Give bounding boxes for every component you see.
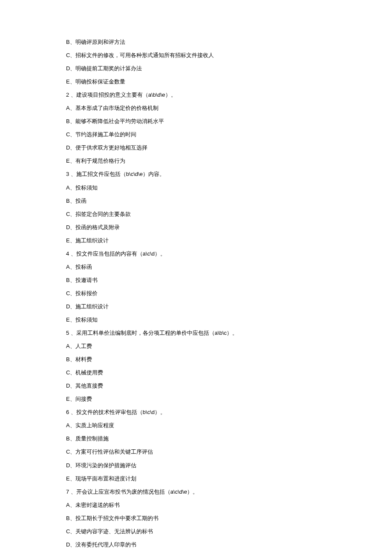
text-line: D、投函的格式及附录 — [66, 224, 392, 231]
text-line: D、其他直接费 — [66, 382, 392, 390]
text-line: E、有利于规范价格行为 — [66, 157, 392, 165]
text-line: C、机械使用费 — [66, 369, 392, 377]
text-line: E、投标须知 — [66, 316, 392, 324]
text-line: D、明确提前工期奖的计算办法 — [66, 65, 392, 72]
text-line: D、施工组织设计 — [66, 303, 392, 311]
text-line: 4 、投文件应当包括的内容有（a\c\d）。 — [66, 250, 392, 258]
text-line: C、方案可行性评估和关键工序评估 — [66, 448, 392, 456]
text-line: B、质量控制措施 — [66, 435, 392, 443]
text-line: C、招标文件的修改，可用各种形式通知所有招标文件接收人 — [66, 52, 392, 59]
text-line: E、施工组织设计 — [66, 237, 392, 244]
document-body: B、明确评原则和评方法C、招标文件的修改，可用各种形式通知所有招标文件接收人D、… — [66, 38, 392, 555]
text-line: E、现场平面布置和进度计划 — [66, 475, 392, 483]
text-line: E、明确投标保证金数量 — [66, 78, 392, 86]
text-line: A、未密封递送的标书 — [66, 501, 392, 509]
text-line: C、节约选择施工单位的时间 — [66, 131, 392, 138]
text-line: D、没有委托代理人印章的书 — [66, 541, 392, 549]
text-line: A、投标须知 — [66, 184, 392, 192]
text-line: 2 、建设项目招投的意义主要有（a\b\d\e）。 — [66, 91, 392, 99]
text-line: A、实质上响应程度 — [66, 422, 392, 429]
text-line: B、投邀请书 — [66, 276, 392, 284]
text-line: C、拟签定合同的主要条款 — [66, 210, 392, 218]
text-line: B、明确评原则和评方法 — [66, 38, 392, 46]
text-line: C、关键内容字迹、无法辨认的标书 — [66, 528, 392, 535]
text-line: 5 、采用工料单价法编制底时，各分项工程的单价中应包括（a\b\c）。 — [66, 329, 392, 337]
text-line: A、投标函 — [66, 263, 392, 271]
text-line: A、基本形成了由市场定价的价格机制 — [66, 104, 392, 112]
text-line: 3 、施工招文件应包括（b\c\d\e）内容。 — [66, 170, 392, 178]
text-line: B、能够不断降低社会平均劳动消耗水平 — [66, 118, 392, 125]
text-line: D、环境污染的保护措施评估 — [66, 462, 392, 469]
text-line: C、投标报价 — [66, 290, 392, 297]
text-line: 6 、投文件的技术性评审包括（b\c\d）。 — [66, 408, 392, 416]
text-line: B、投工期长于招文件中要求工期的书 — [66, 515, 392, 522]
text-line: B、材料费 — [66, 356, 392, 363]
text-line: A、人工费 — [66, 342, 392, 350]
text-line: 7 、开会议上应宣布投书为废的情况包括（a\c\d\e）。 — [66, 488, 392, 496]
text-line: B、投函 — [66, 197, 392, 205]
text-line: D、便于供求双方更好地相互选择 — [66, 144, 392, 152]
text-line: E、间接费 — [66, 395, 392, 403]
